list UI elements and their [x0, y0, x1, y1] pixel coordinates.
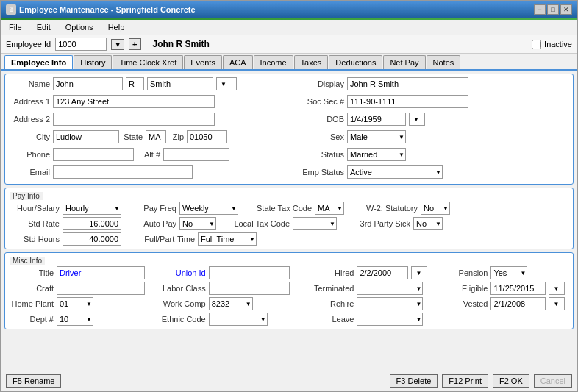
tab-income[interactable]: Income	[254, 55, 293, 69]
auto-pay-value: No	[182, 219, 193, 228]
w2-value: No	[424, 204, 434, 213]
state-tax-select[interactable]: MA ▼	[315, 202, 344, 215]
pay-info-section: Pay Info Hour/Salary Hourly ▼ Pay Freq	[4, 188, 574, 249]
menu-edit[interactable]: Edit	[32, 21, 55, 33]
std-rate-input[interactable]	[63, 217, 121, 230]
title-label: Title	[10, 268, 54, 277]
tab-deductions[interactable]: Deductions	[329, 55, 382, 69]
address1-input[interactable]	[53, 95, 215, 108]
pension-value: Yes	[493, 268, 507, 277]
union-id-input[interactable]	[209, 266, 290, 279]
delete-button[interactable]: F3 Delete	[390, 374, 438, 388]
dob-dropdown[interactable]: ▼	[409, 113, 425, 126]
menubar: File Edit Options Help	[1, 20, 577, 35]
soc-sec-row: Soc Sec #	[296, 95, 568, 108]
rehire-select[interactable]: ▼	[357, 297, 423, 310]
work-comp-select[interactable]: 8232 ▼	[209, 297, 253, 310]
eligible-dropdown[interactable]: ▼	[549, 282, 565, 295]
name-suffix-select[interactable]: ▼	[216, 77, 237, 90]
local-tax-select[interactable]: ▼	[293, 217, 337, 230]
print-button[interactable]: F12 Print	[442, 374, 488, 388]
tab-employee-info[interactable]: Employee Info	[4, 55, 73, 69]
sex-value: Male	[350, 132, 368, 141]
tab-net-pay[interactable]: Net Pay	[383, 55, 425, 69]
pay-row-1: Hour/Salary Hourly ▼ Pay Freq Weekly ▼	[10, 202, 568, 215]
city-label: City	[10, 132, 50, 141]
maximize-button[interactable]: □	[547, 4, 559, 15]
craft-input[interactable]	[57, 282, 145, 295]
third-party-select[interactable]: No ▼	[413, 217, 443, 230]
auto-pay-field: Auto Pay No ▼	[136, 217, 216, 230]
misc-col2: Union Id Labor Class Work Comp 8232 ▼	[158, 266, 301, 326]
full-part-field: Full/Part-Time Full-Time ▼	[136, 232, 257, 246]
soc-sec-input[interactable]	[347, 95, 468, 108]
alt-label: Alt #	[137, 150, 160, 159]
email-input[interactable]	[53, 165, 193, 179]
menu-help[interactable]: Help	[104, 21, 129, 33]
tab-aca[interactable]: ACA	[223, 55, 253, 69]
full-part-select[interactable]: Full-Time ▼	[198, 232, 257, 246]
std-hours-input[interactable]	[63, 232, 121, 246]
cancel-button[interactable]: Cancel	[534, 374, 572, 388]
union-id-label: Union Id	[158, 268, 206, 277]
first-name-input[interactable]	[53, 77, 123, 90]
work-comp-label: Work Comp	[158, 299, 206, 308]
close-button[interactable]: ✕	[560, 4, 572, 15]
dob-input[interactable]	[347, 113, 406, 126]
minimize-button[interactable]: −	[534, 4, 546, 15]
vested-input[interactable]	[490, 297, 546, 310]
zip-input[interactable]	[187, 130, 227, 143]
title-buttons: − □ ✕	[534, 4, 572, 15]
eligible-input[interactable]	[490, 282, 546, 295]
terminated-select[interactable]: ▼	[357, 282, 423, 295]
w2-field: W-2: Statutory No ▼	[359, 202, 450, 215]
name-row: Name ▼	[10, 77, 282, 90]
dept-select[interactable]: 10 ▼	[57, 313, 93, 326]
hired-dropdown[interactable]: ▼	[411, 266, 427, 279]
employee-info-grid: Name ▼ Address 1 Address 2	[10, 77, 568, 181]
tab-taxes[interactable]: Taxes	[294, 55, 329, 69]
home-plant-select[interactable]: 01 ▼	[57, 297, 93, 310]
pension-select[interactable]: Yes ▼	[490, 266, 527, 279]
main-content: Name ▼ Address 1 Address 2	[1, 71, 577, 371]
tab-time-clock-xref[interactable]: Time Clock Xref	[113, 55, 183, 69]
pay-freq-select[interactable]: Weekly ▼	[179, 202, 238, 215]
status-select[interactable]: Married ▼	[347, 148, 406, 161]
ethnic-code-select[interactable]: ▼	[209, 313, 268, 326]
employee-id-input[interactable]	[55, 38, 107, 51]
auto-pay-select[interactable]: No ▼	[179, 217, 216, 230]
menu-file[interactable]: File	[4, 21, 26, 33]
add-employee-button[interactable]: +	[129, 38, 140, 50]
leave-select[interactable]: ▼	[357, 313, 423, 326]
menu-options[interactable]: Options	[61, 21, 98, 33]
address2-input[interactable]	[53, 113, 215, 126]
labor-class-input[interactable]	[209, 282, 290, 295]
tab-events[interactable]: Events	[184, 55, 222, 69]
middle-name-input[interactable]	[126, 77, 144, 90]
state-input[interactable]	[146, 130, 166, 143]
title-input[interactable]	[57, 266, 145, 279]
rename-button[interactable]: F5 Rename	[6, 374, 61, 388]
vested-dropdown[interactable]: ▼	[549, 297, 565, 310]
sex-select[interactable]: Male ▼	[347, 130, 406, 143]
emp-status-label: Emp Status	[296, 168, 344, 177]
hour-salary-value: Hourly	[65, 204, 89, 213]
inactive-checkbox[interactable]	[532, 40, 541, 49]
display-input[interactable]	[347, 77, 468, 90]
pay-freq-label: Pay Freq	[136, 204, 176, 213]
hired-input[interactable]	[357, 266, 408, 279]
employee-id-dropdown[interactable]: ▼	[111, 39, 124, 50]
emp-status-select[interactable]: Active ▼	[347, 165, 443, 179]
w2-select[interactable]: No ▼	[421, 202, 450, 215]
city-input[interactable]	[53, 130, 119, 143]
alt-phone-input[interactable]	[163, 148, 229, 161]
tab-notes[interactable]: Notes	[427, 55, 461, 69]
hour-salary-select[interactable]: Hourly ▼	[63, 202, 121, 215]
pension-field: Pension Yes ▼	[447, 266, 568, 279]
ok-button[interactable]: F2 OK	[493, 374, 529, 388]
tab-history[interactable]: History	[74, 55, 112, 69]
last-name-input[interactable]	[147, 77, 213, 90]
home-plant-label: Home Plant	[10, 299, 54, 308]
phone-input[interactable]	[53, 148, 134, 161]
rehire-label: Rehire	[306, 299, 354, 308]
